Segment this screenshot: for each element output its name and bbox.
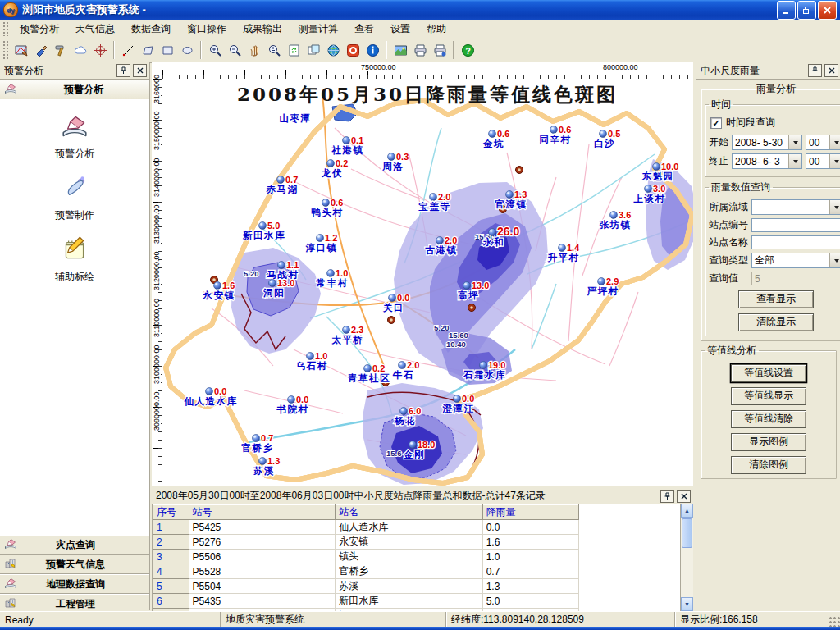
menu-item-8[interactable]: 帮助 bbox=[418, 20, 454, 39]
contour-button-1[interactable]: 等值线显示 bbox=[731, 387, 806, 405]
polygon-tool-icon[interactable] bbox=[138, 40, 158, 60]
end-date-combo[interactable]: 2008- 6- 3 bbox=[732, 153, 802, 169]
cloud-icon[interactable] bbox=[71, 40, 90, 60]
table-row[interactable]: 3P5506镇头1.0 bbox=[153, 550, 579, 564]
menu-item-2[interactable]: 数据查询 bbox=[123, 20, 179, 39]
close-button[interactable] bbox=[818, 1, 837, 20]
locate-icon[interactable] bbox=[90, 40, 110, 60]
minimize-button[interactable] bbox=[777, 1, 796, 20]
paint-icon[interactable] bbox=[31, 40, 51, 60]
query-type-value: 全部 bbox=[752, 253, 829, 267]
chevron-down-icon[interactable] bbox=[829, 200, 840, 214]
table-column-header[interactable]: 降雨量 bbox=[482, 505, 578, 520]
zoom-extent-icon[interactable] bbox=[264, 40, 284, 60]
left-panel-bar-0[interactable]: 灾点查询 bbox=[0, 535, 149, 555]
help-icon[interactable]: ? bbox=[458, 40, 477, 60]
menu-grip[interactable] bbox=[2, 21, 9, 36]
table-row[interactable]: 6P5435新田水库5.0 bbox=[153, 594, 579, 609]
table-row[interactable]: 2P5276永安镇1.6 bbox=[153, 535, 579, 550]
scroll-down-icon[interactable]: ▼ bbox=[681, 597, 693, 611]
basin-combo[interactable] bbox=[751, 199, 840, 215]
print-icon[interactable] bbox=[410, 40, 430, 60]
info-icon[interactable] bbox=[363, 40, 382, 60]
menu-item-5[interactable]: 测量计算 bbox=[290, 20, 346, 39]
close-icon[interactable] bbox=[824, 64, 838, 77]
close-icon[interactable] bbox=[133, 64, 147, 77]
title-bar[interactable]: dy 浏阳市地质灾害预警系统 - bbox=[0, 0, 840, 20]
rain-station: 0.7赤马湖 bbox=[266, 175, 299, 194]
menu-item-7[interactable]: 设置 bbox=[382, 20, 418, 39]
legend-image-icon[interactable] bbox=[390, 40, 410, 60]
table-row[interactable]: 5P5504苏溪1.3 bbox=[153, 579, 579, 594]
ellipse-tool-icon[interactable] bbox=[177, 40, 197, 60]
print-setup-icon[interactable] bbox=[430, 40, 450, 60]
chevron-down-icon[interactable] bbox=[788, 135, 801, 149]
menu-item-0[interactable]: 预警分析 bbox=[11, 20, 67, 39]
start-date-combo[interactable]: 2008- 5-30 bbox=[732, 135, 802, 150]
refresh-icon[interactable] bbox=[284, 40, 304, 60]
toolbar-grip[interactable] bbox=[2, 40, 9, 60]
rectangle-tool-icon[interactable] bbox=[158, 40, 177, 60]
station-name-input[interactable] bbox=[751, 235, 840, 249]
map-region: 750000.00800000.00 31600003150000.003140… bbox=[152, 62, 693, 486]
left-panel-bar-2[interactable]: 地理数据查询 bbox=[0, 574, 149, 594]
contour-value-label: 15.60 bbox=[449, 331, 468, 340]
zoom-out-icon[interactable] bbox=[225, 40, 244, 60]
pin-icon[interactable] bbox=[808, 64, 822, 77]
hammer-icon[interactable] bbox=[51, 40, 71, 60]
contour-button-2[interactable]: 等值线清除 bbox=[731, 410, 806, 428]
left-panel-section-header[interactable]: 预警分析 bbox=[0, 80, 149, 101]
menu-item-1[interactable]: 天气信息 bbox=[67, 20, 123, 39]
left-panel-item-1[interactable]: 预警制作 bbox=[0, 172, 149, 222]
left-panel-item-0[interactable]: 预警分析 bbox=[0, 111, 149, 161]
start-hour-combo[interactable]: 00 bbox=[806, 135, 840, 150]
station-name: 书院村 bbox=[276, 404, 309, 414]
chevron-down-icon[interactable] bbox=[788, 154, 801, 168]
station-id-input[interactable] bbox=[751, 218, 840, 232]
stop-icon[interactable] bbox=[343, 40, 363, 60]
table-scrollbar[interactable]: ▲ ▼ bbox=[680, 504, 693, 611]
station-value: 18.0 bbox=[418, 440, 435, 450]
left-panel-item-2[interactable]: 辅助标绘 bbox=[0, 234, 149, 284]
time-range-checkbox[interactable]: ✓ bbox=[710, 117, 722, 129]
line-tool-icon[interactable] bbox=[118, 40, 138, 60]
contour-button-3[interactable]: 显示图例 bbox=[731, 433, 806, 451]
station-name: 严坪村 bbox=[587, 286, 619, 296]
chevron-down-icon[interactable] bbox=[829, 253, 840, 267]
menu-item-3[interactable]: 窗口操作 bbox=[179, 20, 235, 39]
query-button-1[interactable]: 清除显示 bbox=[738, 313, 814, 331]
end-hour-combo[interactable]: 00 bbox=[806, 153, 840, 169]
left-panel-bar-1[interactable]: 预警天气信息 bbox=[0, 555, 149, 574]
resize-grip[interactable] bbox=[829, 616, 840, 628]
station-table-area: 序号站号站名降雨量 1P5425仙人造水库0.02P5276永安镇1.63P55… bbox=[152, 504, 682, 613]
zoom-in-icon[interactable] bbox=[205, 40, 225, 60]
chevron-down-icon[interactable] bbox=[829, 154, 840, 168]
station-table[interactable]: 序号站号站名降雨量 1P5425仙人造水库0.02P5276永安镇1.63P55… bbox=[153, 504, 579, 613]
globe-icon[interactable] bbox=[323, 40, 343, 60]
chevron-down-icon[interactable] bbox=[829, 135, 840, 149]
scroll-thumb[interactable] bbox=[682, 518, 692, 548]
map-analysis-icon[interactable] bbox=[11, 40, 31, 60]
copy-icon[interactable] bbox=[304, 40, 323, 60]
rain-station: 0.0仙人造水库 bbox=[184, 386, 238, 407]
contour-button-0[interactable]: 等值线设置 bbox=[731, 364, 806, 382]
table-column-header[interactable]: 站名 bbox=[336, 505, 483, 520]
table-column-header[interactable]: 站号 bbox=[189, 505, 336, 520]
query-value-input[interactable]: 5 bbox=[751, 272, 840, 285]
table-row[interactable]: 1P5425仙人造水库0.0 bbox=[153, 520, 579, 535]
menu-item-4[interactable]: 成果输出 bbox=[235, 20, 290, 39]
menu-item-6[interactable]: 查看 bbox=[346, 20, 382, 39]
pin-icon[interactable] bbox=[660, 490, 674, 503]
pan-hand-icon[interactable] bbox=[244, 40, 264, 60]
scroll-up-icon[interactable]: ▲ bbox=[681, 504, 693, 518]
query-button-0[interactable]: 查看显示 bbox=[738, 290, 814, 308]
close-icon[interactable] bbox=[677, 490, 691, 503]
pin-icon[interactable] bbox=[116, 64, 130, 77]
restore-button[interactable] bbox=[797, 1, 816, 20]
window-title: 浏阳市地质灾害预警系统 - bbox=[22, 2, 146, 17]
query-type-combo[interactable]: 全部 bbox=[751, 253, 840, 268]
contour-button-4[interactable]: 清除图例 bbox=[731, 456, 806, 474]
table-column-header[interactable]: 序号 bbox=[153, 505, 189, 520]
table-row[interactable]: 4P5528官桥乡0.7 bbox=[153, 564, 579, 579]
map-canvas[interactable]: 5.2010.4015.605.2015.6010.4015.6 山枣潭0.1社… bbox=[162, 79, 693, 486]
